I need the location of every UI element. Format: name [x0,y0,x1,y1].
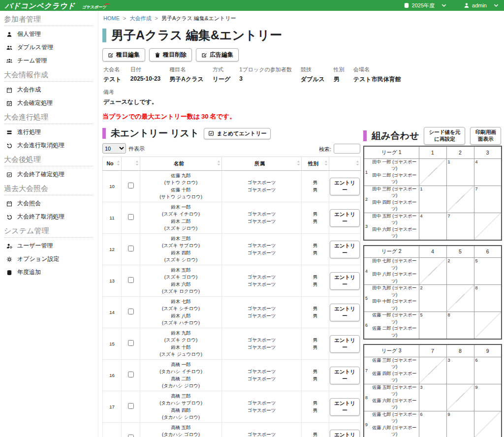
delete-event-button[interactable]: 種目削除 [149,48,192,62]
sidebar-section-title: 過去大会照会 [4,181,93,195]
year-selector[interactable]: 2025年度 [404,2,447,9]
sidebar-item-tournament-inquiry[interactable]: 大会照会 [4,197,93,210]
match-number: 8 [448,312,450,317]
sidebar-item-create-tournament[interactable]: 大会作成 [4,83,93,96]
row-checkbox[interactable] [128,372,134,377]
database-icon [404,2,410,8]
sidebar-item-option-settings[interactable]: オプション設定 [4,252,93,266]
reset-by-seed-button[interactable]: シード値を元に再設定 [424,127,465,145]
match-number: 2 [448,258,450,263]
row-checkbox[interactable] [128,183,134,188]
entry-button[interactable]: エントリー [330,272,360,290]
sidebar-item-cancel-progress[interactable]: 大会進行取消処理 [4,139,93,152]
sidebar-item-confirm-tournament[interactable]: 大会確定処理 [4,96,93,110]
league-row: 1田中 一郎 (ゴヤスポーツ)田中 二郎 (ゴヤスポーツ)14 [364,158,502,186]
entry-button[interactable]: エントリー [330,430,360,437]
row-checkbox[interactable] [128,214,134,220]
row-checkbox[interactable] [128,403,134,409]
edit-event-button[interactable]: 種目編集 [102,48,145,62]
sidebar-item-label: 進行処理 [17,128,41,136]
user-icon [6,31,13,37]
column-header[interactable]: 所属 [222,157,302,171]
league-header-row: リーグ 1123 [364,146,502,158]
row-checkbox[interactable] [128,246,134,251]
league-table: リーグ 37897佐藤 三郎 (ゴヤスポーツ)佐藤 四郎 (ゴヤスポーツ)368… [363,344,502,437]
cell-action: エントリー [329,391,361,423]
title-accent-bar [102,29,106,42]
cell-no: 14 [103,297,122,328]
info-item: 競技ダブルス [301,66,325,84]
sidebar-item-doubles[interactable]: ダブルス管理 [4,41,93,54]
cell-action: エントリー [329,423,361,437]
league-match-cell [419,258,446,285]
sidebar-section-title: 大会情報作成 [4,67,93,82]
cell-org: ゴヤスポーツゴヤスポーツ [222,328,302,360]
breadcrumb-link[interactable]: 大会作成 [129,15,151,21]
bulk-entry-button[interactable]: まとめてエントリー [204,128,271,139]
breadcrumb-link[interactable]: HOME [103,15,120,21]
sidebar-item-label: 大会照会 [17,199,41,208]
info-value: 3 [239,75,291,82]
league-col-header: 5 [446,246,474,258]
column-header[interactable] [122,157,140,171]
row-checkbox[interactable] [128,340,134,346]
entry-button[interactable]: エントリー [330,241,360,258]
user-icon [464,2,470,8]
sidebar-item-progress[interactable]: 進行処理 [4,125,93,139]
row-checkbox[interactable] [128,309,134,314]
user-menu[interactable]: admin [464,2,499,8]
league-match-cell: 2 [419,285,446,312]
page-title: 男子Aクラス 編集&エントリー [102,27,501,43]
sort-icon [297,160,300,167]
edit-ad-button[interactable]: 広告編集 [196,48,239,62]
column-header[interactable]: 名前 [140,157,222,171]
info-item: 性別男 [334,66,345,84]
cell-action: エントリー [329,297,361,328]
entry-button[interactable]: エントリー [330,178,360,195]
sidebar-item-user-management[interactable]: ユーザー管理 [4,239,93,252]
column-header[interactable] [329,157,361,171]
league-col-header: 3 [474,146,502,158]
column-header[interactable]: No [103,157,122,171]
sidebar-item-add-year[interactable]: 年度追加 [4,266,93,279]
row-checkbox[interactable] [128,277,134,283]
league-row: 5田中 九郎 (ゴヤスポーツ)田中 十郎 (ゴヤスポーツ)28 [364,285,502,312]
league-name: リーグ 1 [364,146,419,158]
row-checkbox[interactable] [128,435,134,437]
match-number: 4 [420,214,423,218]
table-row: 18高橋 五郎(タカハシ ゴロウ)高橋 六郎(タカハシ ロクロウ)ゴヤスポーツゴ… [103,423,361,437]
unentered-length-select[interactable]: 10 [102,143,126,154]
league-pair-cell: 2田中 三郎 (ゴヤスポーツ)田中 四郎 (ゴヤスポーツ) [364,186,419,213]
cell-action: エントリー [329,234,361,265]
breadcrumb-current: 男子Aクラス 編集&エントリー [161,15,236,21]
sidebar-item-team[interactable]: チーム管理 [4,54,93,67]
match-number: 6 [475,358,478,363]
cell-name: 鈴木 五郎(スズキ ゴロウ)鈴木 六郎(スズキ ロクロウ) [140,265,222,297]
goya-sports-logo: ゴヤスポーツ [82,5,111,9]
unentered-title: 未エントリー リスト [111,127,199,140]
cell-checkbox [122,328,140,360]
entry-button[interactable]: エントリー [330,304,360,321]
calendar-icon [6,201,13,207]
sidebar-item-finish-confirm[interactable]: 大会終了確定処理 [4,168,93,181]
app-logo[interactable]: バドコンペクラウド [5,2,75,9]
league-match-cell [474,213,502,240]
check-square-icon [6,172,13,178]
entry-button[interactable]: エントリー [330,209,360,227]
table-row: 14鈴木 七郎(スズキ シチロウ)鈴木 八郎(スズキ ハチロウ)ゴヤスポーツゴヤ… [103,297,361,328]
entry-button[interactable]: エントリー [330,398,360,416]
entry-button[interactable]: エントリー [330,335,360,353]
column-header[interactable]: 性別 [302,157,329,171]
sidebar-item-personal[interactable]: 個人管理 [4,28,93,41]
combination-title: 組み合わせ [372,129,419,142]
sidebar-item-label: 大会進行取消処理 [17,141,64,150]
print-view-button[interactable]: 印刷用画面表示 [470,127,501,145]
chevron-down-icon [493,2,499,8]
entry-button[interactable]: エントリー [330,367,360,384]
cell-action: エントリー [329,360,361,391]
main-content: HOME>大会作成>男子Aクラス 編集&エントリー 男子Aクラス 編集&エントリ… [98,11,504,437]
cell-no: 11 [103,202,122,234]
unentered-search-input[interactable] [334,144,360,154]
sidebar-item-cancel-finish[interactable]: 大会終了取消処理 [4,210,93,223]
league-col-header: 6 [474,246,502,258]
